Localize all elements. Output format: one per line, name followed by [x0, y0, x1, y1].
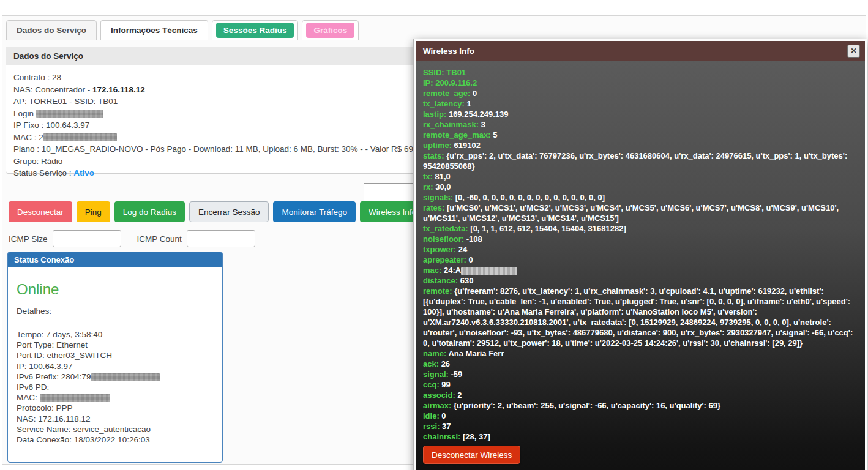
online-status: Online	[17, 281, 214, 298]
wireless-info-line: tx_ratedata: [0, 1, 1, 612, 612, 15404, …	[423, 223, 858, 234]
text-segment: Grupo: Rádio	[13, 157, 62, 166]
icmp-count-input[interactable]	[187, 230, 255, 247]
wireless-key: noisefloor:	[423, 234, 466, 244]
wireless-info-line: noisefloor: -108	[423, 234, 858, 244]
wireless-info-line: mac: 24:A	[423, 265, 858, 275]
connection-status-panel: Status Conexão Online Detalhes: Tempo: 7…	[7, 252, 223, 463]
wireless-info-line: tx: 81,0	[423, 171, 858, 182]
modal-title: Wireless Info	[423, 47, 847, 56]
status-line: IPv6 Prefix: 2804:79	[17, 371, 214, 382]
wireless-value: {u'priority': 2, u'beam': 255, u'signal'…	[454, 401, 720, 410]
wireless-info-line: signals: [0, -60, 0, 0, 0, 0, 0, 0, 0, 0…	[423, 192, 858, 203]
monitorar-tr-fego-button[interactable]: Monitorar Tráfego	[273, 201, 356, 222]
wireless-info-line: rx: 30,0	[423, 182, 858, 192]
close-icon[interactable]: ✕	[847, 45, 860, 58]
text-segment: Contrato : 28	[13, 73, 61, 82]
wireless-value: 24	[458, 245, 467, 254]
text-segment: NAS: Concentrador -	[13, 85, 92, 94]
wireless-info-line: txpower: 24	[423, 244, 858, 255]
status-line: MAC:	[17, 392, 214, 403]
tab-gr-ficos[interactable]: Gráficos	[302, 20, 359, 40]
text-segment: Login	[13, 109, 36, 118]
desconectar-button[interactable]: Desconectar	[9, 201, 72, 222]
wireless-value: 0	[441, 411, 446, 420]
status-line: Port ID: ether03_SWITCH	[17, 350, 214, 360]
wireless-key: airmax:	[423, 401, 454, 410]
text-segment: 172.16.118.12	[92, 85, 145, 94]
text-segment: Status Serviço :	[13, 168, 73, 177]
wireless-key: rates:	[423, 203, 447, 212]
redacted-value	[43, 133, 117, 141]
text-segment: AP: TORRE01 - SSID: TB01	[13, 97, 118, 106]
wireless-value: 630	[460, 276, 474, 285]
wireless-value: 37	[442, 422, 451, 431]
wireless-value: 99	[441, 380, 450, 389]
wireless-value: 24:A	[444, 266, 461, 275]
wireless-key: rx:	[423, 182, 435, 192]
status-line: IP: 100.64.3.97	[17, 361, 214, 371]
wireless-key: ccq:	[423, 380, 441, 389]
text-segment: MAC:	[17, 393, 40, 402]
status-line: NAS: 172.16.118.12	[17, 414, 214, 424]
text-segment: NAS: 172.16.118.12	[17, 414, 91, 423]
text-segment: MAC : 2	[13, 133, 43, 142]
wireless-key: name:	[423, 349, 448, 358]
wireless-info-line: aprepeater: 0	[423, 255, 858, 265]
disconnect-wireless-button[interactable]: Desconectar Wireless	[423, 446, 520, 464]
text-segment: Data Conexão: 18/03/2022 10:26:03	[17, 435, 150, 444]
ip-link[interactable]: 100.64.3.97	[29, 362, 72, 371]
wireless-key: tx_ratedata:	[423, 224, 470, 233]
wireless-value: 26	[441, 359, 450, 368]
wireless-key: stats:	[423, 151, 446, 160]
wireless-value: 169.254.249.139	[449, 110, 509, 119]
wireless-key: aprepeater:	[423, 255, 468, 264]
wireless-value: {u'freeram': 8276, u'tx_latency': 1, u'r…	[423, 286, 853, 348]
text-segment: IP:	[17, 362, 29, 371]
tab-sess-es-radius[interactable]: Sessões Radius	[212, 20, 299, 40]
wireless-info-line: associd: 2	[423, 390, 858, 400]
wireless-info-line: idle: 0	[423, 411, 858, 421]
wireless-value: -108	[466, 234, 482, 244]
text-segment: Service Name: service_autenticacao	[17, 425, 151, 434]
icmp-size-input[interactable]	[53, 230, 121, 247]
wireless-value: 619102	[454, 141, 481, 150]
encerrar-sess-o-button[interactable]: Encerrar Sessão	[189, 201, 269, 222]
wireless-value: 2	[457, 390, 462, 400]
wireless-info-line: name: Ana Maria Ferr	[423, 348, 858, 359]
wireless-value: TB01	[446, 68, 466, 77]
wireless-key: ack:	[423, 359, 441, 368]
wireless-value: [u'MCS0', u'MCS1', u'MCS2', u'MCS3', u'M…	[423, 203, 839, 223]
wireless-key: tx:	[423, 172, 435, 181]
page: Dados do ServiçoInformações TécnicasSess…	[0, 0, 868, 470]
wireless-value: 3	[481, 120, 485, 129]
tab-dados-do-servi-o[interactable]: Dados do Serviço	[6, 20, 97, 40]
wireless-value: [28, 37]	[463, 432, 490, 441]
icmp-count-label: ICMP Count	[137, 234, 182, 244]
status-panel-title: Status Conexão	[8, 252, 222, 267]
wireless-key: txpower:	[423, 245, 458, 254]
tab-informa-es-t-cnicas[interactable]: Informações Técnicas	[100, 20, 208, 40]
redacted-value	[461, 267, 517, 275]
text-segment: IPv6 Prefix: 2804:79	[17, 372, 91, 381]
wireless-info-line: ccq: 99	[423, 379, 858, 390]
text-segment: Port ID: ether03_SWITCH	[17, 351, 112, 360]
ping-button[interactable]: Ping	[77, 201, 110, 222]
status-line: Data Conexão: 18/03/2022 10:26:03	[17, 435, 214, 445]
wireless-info-line: rx_chainmask: 3	[423, 119, 858, 130]
wireless-key: rssi:	[423, 422, 442, 431]
wireless-info-line: lastip: 169.254.249.139	[423, 109, 858, 119]
wireless-value: [0, -60, 0, 0, 0, 0, 0, 0, 0, 0, 0, 0, 0…	[455, 193, 605, 202]
wireless-info-line: chainrssi: [28, 37]	[423, 431, 858, 442]
log-do-radius-button[interactable]: Log do Radius	[114, 201, 185, 222]
action-button-row: DesconectarPingLog do RadiusEncerrar Ses…	[9, 201, 425, 222]
wireless-info-modal: Wireless Info ✕ SSID: TB01IP: 200.9.116.…	[414, 39, 867, 470]
wireless-info-line: rssi: 37	[423, 421, 858, 431]
wireless-info-line: remote: {u'freeram': 8276, u'tx_latency'…	[423, 286, 858, 348]
redacted-value	[91, 373, 160, 381]
details-label: Detalhes:	[17, 307, 214, 316]
text-segment: Protocolo: PPP	[17, 403, 73, 412]
wireless-key: uptime:	[423, 141, 454, 150]
modal-body: SSID: TB01IP: 200.9.116.2remote_age: 0tx…	[416, 61, 865, 470]
wireless-value: 0	[468, 255, 473, 264]
content-container: Dados do ServiçoInformações TécnicasSess…	[2, 15, 866, 465]
